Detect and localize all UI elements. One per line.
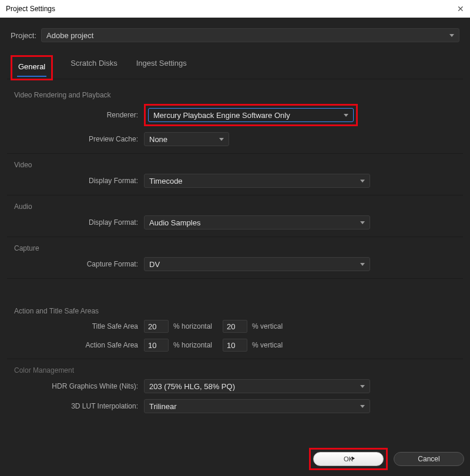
window-title: Project Settings — [6, 5, 55, 13]
titlebar: Project Settings ✕ — [0, 0, 470, 18]
hdr-label: HDR Graphics White (Nits): — [12, 382, 144, 390]
section-rendering-title: Video Rendering and Playback — [14, 91, 458, 99]
tab-ingest-settings[interactable]: Ingest Settings — [135, 55, 188, 79]
dialog-content: Project: Adobe project General Scratch D… — [0, 18, 470, 428]
video-format-value: Timecode — [149, 177, 183, 185]
chevron-down-icon — [219, 138, 224, 141]
title-safe-h-input[interactable]: 20 — [144, 320, 169, 333]
chevron-down-icon — [449, 34, 454, 37]
chevron-down-icon — [360, 180, 365, 183]
title-safe-v-input[interactable]: 20 — [223, 320, 247, 333]
renderer-value: Mercury Playback Engine Software Only — [153, 111, 290, 120]
hdr-row: HDR Graphics White (Nits): 203 (75% HLG,… — [12, 379, 458, 393]
audio-format-label: Display Format: — [12, 218, 144, 227]
project-row: Project: Adobe project — [7, 28, 463, 42]
divider — [7, 359, 463, 359]
divider — [7, 153, 463, 154]
highlight-renderer: Mercury Playback Engine Software Only — [144, 104, 358, 126]
pct-v-label-2: % vertical — [252, 341, 283, 349]
preview-cache-value: None — [149, 135, 167, 144]
audio-format-row: Display Format: Audio Samples — [12, 215, 458, 229]
chevron-down-icon — [360, 263, 365, 266]
divider — [7, 195, 463, 195]
divider — [7, 278, 463, 279]
lut-row: 3D LUT Interpolation: Trilinear — [12, 399, 458, 413]
general-panel: Video Rendering and Playback Renderer: M… — [7, 79, 463, 421]
renderer-row: Renderer: Mercury Playback Engine Softwa… — [12, 104, 458, 126]
audio-format-select[interactable]: Audio Samples — [144, 215, 370, 229]
video-format-row: Display Format: Timecode — [12, 174, 458, 188]
title-safe-row: Title Safe Area 20 % horizontal 20 % ver… — [12, 320, 458, 333]
dialog-footer: OK Cancel — [309, 448, 464, 470]
capture-format-select[interactable]: DV — [144, 257, 370, 271]
capture-format-row: Capture Format: DV — [12, 257, 458, 271]
lut-value: Trilinear — [149, 402, 176, 411]
chevron-down-icon — [360, 221, 365, 224]
action-safe-label: Action Safe Area — [12, 341, 144, 349]
tab-bar: General Scratch Disks Ingest Settings — [7, 55, 463, 79]
ok-button[interactable]: OK — [313, 452, 384, 466]
renderer-select[interactable]: Mercury Playback Engine Software Only — [148, 108, 354, 122]
close-icon[interactable]: ✕ — [457, 4, 464, 13]
hdr-select[interactable]: 203 (75% HLG, 58% PQ) — [144, 379, 370, 393]
renderer-label: Renderer: — [12, 111, 144, 119]
project-select[interactable]: Adobe project — [41, 28, 459, 42]
chevron-down-icon — [360, 385, 365, 388]
audio-format-value: Audio Samples — [149, 218, 200, 227]
action-safe-row: Action Safe Area 10 % horizontal 10 % ve… — [12, 339, 458, 352]
highlight-general-tab: General — [11, 55, 53, 80]
tab-general[interactable]: General — [17, 59, 46, 77]
pct-h-label: % horizontal — [173, 322, 212, 330]
section-audio-title: Audio — [14, 202, 458, 211]
hdr-value: 203 (75% HLG, 58% PQ) — [149, 382, 235, 391]
cancel-button[interactable]: Cancel — [394, 452, 464, 466]
pct-v-label: % vertical — [252, 322, 283, 330]
video-format-select[interactable]: Timecode — [144, 174, 370, 188]
lut-select[interactable]: Trilinear — [144, 399, 370, 413]
section-color-title: Color Management — [14, 366, 458, 374]
pct-h-label-2: % horizontal — [173, 341, 212, 349]
preview-cache-row: Preview Cache: None — [12, 132, 458, 146]
divider — [7, 237, 463, 237]
project-label: Project: — [11, 31, 36, 40]
chevron-down-icon — [344, 114, 348, 117]
project-value: Adobe project — [46, 31, 93, 40]
section-capture-title: Capture — [14, 244, 458, 252]
tab-scratch-disks[interactable]: Scratch Disks — [69, 55, 118, 79]
cursor-icon: OK — [344, 455, 353, 463]
section-video-title: Video — [14, 161, 458, 169]
lut-label: 3D LUT Interpolation: — [12, 402, 144, 410]
highlight-ok: OK — [309, 448, 388, 470]
chevron-down-icon — [360, 405, 365, 408]
capture-format-value: DV — [149, 260, 160, 269]
section-safe-title: Action and Title Safe Areas — [14, 307, 458, 315]
title-safe-label: Title Safe Area — [12, 322, 144, 330]
preview-cache-label: Preview Cache: — [12, 135, 144, 143]
action-safe-v-input[interactable]: 10 — [223, 339, 247, 352]
capture-format-label: Capture Format: — [12, 260, 144, 268]
preview-cache-select[interactable]: None — [144, 132, 229, 146]
action-safe-h-input[interactable]: 10 — [144, 339, 169, 352]
video-format-label: Display Format: — [12, 177, 144, 185]
